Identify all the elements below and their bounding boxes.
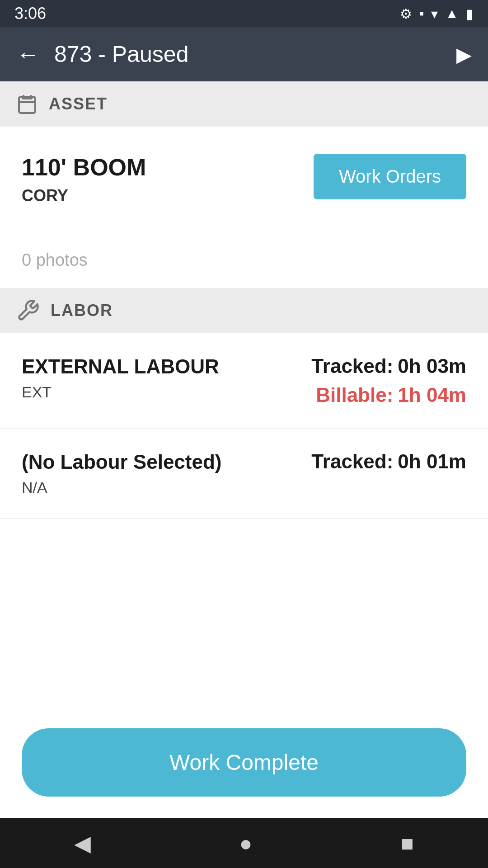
labor-item: EXTERNAL LABOUR EXT Tracked: 0h 03m Bill…: [0, 333, 488, 429]
battery-icon: ▮: [466, 6, 474, 22]
asset-name: 110' BOOM: [22, 154, 146, 181]
play-button[interactable]: ▶: [456, 43, 472, 66]
labor-item-right-1: Tracked: 0h 03m Billable: 1h 04m: [311, 355, 466, 406]
storage-icon: ▪: [419, 6, 424, 21]
app-bar: ← 873 - Paused ▶: [0, 27, 488, 81]
labor-content: EXTERNAL LABOUR EXT Tracked: 0h 03m Bill…: [0, 333, 488, 714]
labor-item-name-1: EXTERNAL LABOUR: [22, 355, 219, 379]
nav-bar: ◀ ● ■: [0, 818, 488, 868]
wifi-icon: ▾: [431, 6, 438, 22]
asset-info: 110' BOOM CORY: [22, 154, 146, 205]
photos-count: 0 photos: [22, 250, 88, 269]
photos-section: 0 photos: [0, 232, 488, 288]
billable-row-1: Billable: 1h 04m: [316, 384, 466, 406]
asset-code: CORY: [22, 186, 146, 205]
billable-label-1: Billable:: [316, 384, 393, 406]
signal-icon: ▲: [445, 6, 459, 21]
tracked-label-2: Tracked:: [311, 450, 393, 472]
labor-item-name-2: (No Labour Selected): [22, 450, 222, 474]
back-button[interactable]: ←: [16, 42, 40, 66]
labor-item-code-2: N/A: [22, 479, 222, 496]
work-orders-button[interactable]: Work Orders: [314, 154, 466, 199]
nav-home-button[interactable]: ●: [239, 831, 252, 856]
labor-item-2: (No Labour Selected) N/A Tracked: 0h 01m: [0, 429, 488, 519]
work-complete-button[interactable]: Work Complete: [22, 728, 466, 797]
nav-back-button[interactable]: ◀: [74, 830, 91, 856]
tracked-value-1: 0h 03m: [398, 355, 466, 377]
tracked-row-1: Tracked: 0h 03m: [311, 355, 466, 377]
labor-section-header: LABOR: [0, 288, 488, 333]
status-time: 3:06: [14, 4, 46, 23]
tracked-value-2: 0h 01m: [398, 450, 466, 472]
asset-header-label: ASSET: [49, 94, 108, 113]
tracked-label-1: Tracked:: [311, 355, 393, 377]
labor-item-left-2: (No Labour Selected) N/A: [22, 450, 222, 496]
labor-item-left-1: EXTERNAL LABOUR EXT: [22, 355, 219, 401]
tracked-row-2: Tracked: 0h 01m: [311, 450, 466, 473]
asset-section-header: ASSET: [0, 81, 488, 127]
billable-value-1: 1h 04m: [398, 384, 466, 406]
page-title: 873 - Paused: [54, 41, 456, 67]
clipboard-icon: [16, 93, 38, 115]
labor-item-right-2: Tracked: 0h 01m: [311, 450, 466, 473]
labor-item-code-1: EXT: [22, 383, 219, 401]
settings-icon: ⚙: [400, 6, 412, 22]
work-complete-container: Work Complete: [0, 714, 488, 818]
wrench-icon: [16, 299, 40, 322]
svg-rect-4: [22, 96, 33, 99]
labor-header-label: LABOR: [51, 301, 113, 320]
status-icons: ⚙ ▪ ▾ ▲ ▮: [400, 6, 474, 22]
nav-recent-button[interactable]: ■: [401, 831, 414, 856]
status-bar: 3:06 ⚙ ▪ ▾ ▲ ▮: [0, 0, 488, 27]
asset-content: 110' BOOM CORY Work Orders: [0, 127, 488, 232]
